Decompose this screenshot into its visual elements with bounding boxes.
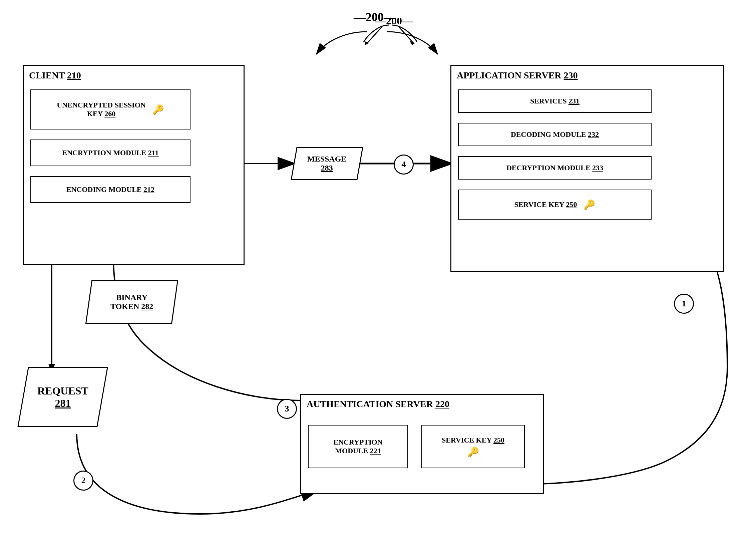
service-key-app-box: SERVICE KEY 250 🔑 bbox=[458, 189, 652, 220]
auth-server-title: AUTHENTICATION SERVER 220 bbox=[307, 399, 449, 409]
decoding-module-box: DECODING MODULE 232 bbox=[458, 123, 652, 146]
service-key-auth-box: SERVICE KEY 250 🔑 bbox=[421, 425, 525, 468]
step-4-circle: 4 bbox=[394, 155, 414, 174]
client-box: CLIENT 210 UNENCRYPTED SESSIONKEY 260 🔑 … bbox=[23, 65, 245, 265]
key-icon-app-server: 🔑 bbox=[584, 199, 595, 210]
encryption-module-client-box: ENCRYPTION MODULE 211 bbox=[30, 140, 190, 166]
application-server-box: APPLICATION SERVER 230 SERVICES 231 DECO… bbox=[450, 65, 724, 272]
request-box: REQUEST 281 bbox=[17, 367, 108, 427]
message-box: MESSAGE283 bbox=[290, 147, 363, 180]
binary-token-box: BINARY TOKEN 282 bbox=[85, 280, 178, 324]
auth-server-box: AUTHENTICATION SERVER 220 ENCRYPTIONMODU… bbox=[300, 394, 544, 494]
app-server-title: APPLICATION SERVER 230 bbox=[457, 70, 578, 81]
decryption-module-box: DECRYPTION MODULE 233 bbox=[458, 156, 652, 179]
client-title: CLIENT 210 bbox=[29, 70, 81, 81]
encoding-module-client-box: ENCODING MODULE 212 bbox=[30, 176, 190, 203]
svg-text:—200—: —200— bbox=[375, 18, 413, 27]
key-icon-client: 🔑 bbox=[153, 104, 164, 115]
encryption-module-auth-box: ENCRYPTIONMODULE 221 bbox=[308, 425, 408, 468]
services-box: SERVICES 231 bbox=[458, 89, 652, 113]
step-3-circle: 3 bbox=[277, 399, 297, 419]
step-2-circle: 2 bbox=[73, 471, 93, 491]
unencrypted-session-key-box: UNENCRYPTED SESSIONKEY 260 🔑 bbox=[30, 89, 190, 130]
step-1-circle: 1 bbox=[674, 294, 694, 314]
label-200-area: —200— bbox=[354, 18, 427, 53]
